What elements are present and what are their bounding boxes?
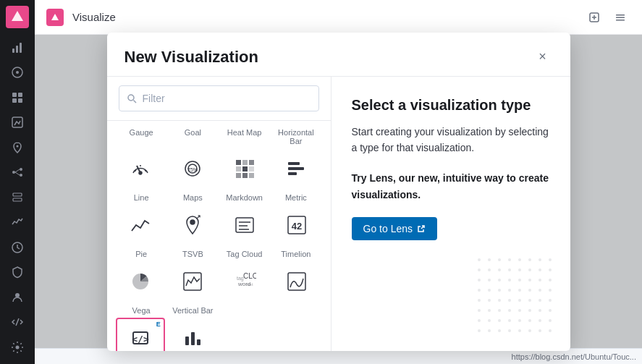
- app-logo[interactable]: [6, 6, 29, 28]
- svg-rect-6: [12, 93, 17, 97]
- sidebar-icon-ml[interactable]: [6, 161, 29, 184]
- timelion-label: Timelion: [270, 248, 321, 260]
- viz-item-goal[interactable]: 75%: [168, 148, 217, 189]
- viz-item-pie[interactable]: [116, 261, 165, 302]
- sidebar-icon-dashboard[interactable]: [6, 87, 29, 109]
- line-label: Line: [116, 192, 167, 203]
- svg-rect-17: [13, 193, 22, 196]
- markdown-label: Markdown: [219, 192, 270, 203]
- heatmap-icon: [232, 156, 258, 182]
- sidebar-icon-apm[interactable]: [6, 211, 29, 234]
- viz-item-gauge[interactable]: [116, 148, 165, 189]
- viz-type-panel: Gauge Goal Heat Map Horizontal Bar: [107, 77, 331, 351]
- svg-point-34: [139, 172, 142, 174]
- svg-text:↗: ↗: [195, 213, 201, 221]
- svg-point-14: [20, 174, 22, 177]
- svg-rect-44: [236, 166, 241, 172]
- svg-text:CLOUD: CLOUD: [243, 272, 256, 280]
- viz-item-heatmap[interactable]: [220, 148, 269, 189]
- sidebar-icon-infra[interactable]: [6, 187, 29, 209]
- viz-item-maps[interactable]: ↗: [168, 205, 217, 245]
- share-button[interactable]: [584, 7, 604, 27]
- row3-icons: tag CLOUD word text: [116, 261, 322, 302]
- svg-rect-8: [12, 98, 17, 103]
- svg-rect-29: [616, 17, 625, 18]
- search-icon: [127, 93, 137, 103]
- svg-text:75%: 75%: [187, 167, 198, 172]
- search-input[interactable]: [143, 93, 311, 104]
- svg-rect-69: [185, 337, 189, 345]
- maps-icon: ↗: [179, 212, 206, 238]
- svg-rect-49: [249, 173, 254, 178]
- sidebar-icon-discover[interactable]: [6, 62, 29, 84]
- row3-labels: Pie TSVB Tag Cloud Timelion: [116, 248, 322, 260]
- row2-labels: Line Maps Markdown Metric: [116, 192, 322, 203]
- viz-item-vega[interactable]: E </>: [116, 318, 165, 351]
- svg-rect-47: [236, 173, 241, 178]
- viz-item-horizontal-bar[interactable]: [272, 148, 321, 189]
- horizontalbar-label: Horizontal Bar: [270, 127, 321, 147]
- row4-icons: E </>: [116, 318, 322, 351]
- tsvb-icon: [179, 268, 206, 295]
- svg-point-13: [20, 168, 22, 171]
- svg-line-15: [15, 169, 20, 172]
- svg-line-16: [15, 172, 20, 175]
- svg-rect-9: [18, 98, 22, 103]
- svg-rect-30: [616, 20, 625, 21]
- svg-point-31: [128, 95, 134, 101]
- viz-item-line[interactable]: [116, 205, 165, 245]
- search-input-wrap[interactable]: [119, 85, 319, 111]
- modal-title: New Visualization: [124, 48, 258, 67]
- viz-item-timelion[interactable]: [272, 261, 321, 302]
- row1-labels: Gauge Goal Heat Map Horizontal Bar: [116, 127, 322, 147]
- tsvb-label: TSVB: [167, 248, 219, 260]
- viz-item-metric[interactable]: 42: [272, 205, 321, 245]
- svg-text:</>: </>: [132, 334, 149, 344]
- sidebar-icon-maps[interactable]: [6, 137, 29, 159]
- page-content: New Visualization ×: [35, 35, 642, 348]
- svg-text:text: text: [246, 282, 253, 287]
- sidebar-icon-uptime[interactable]: [6, 237, 29, 259]
- viz-item-tagcloud[interactable]: tag CLOUD word text: [220, 261, 269, 302]
- svg-rect-52: [288, 172, 297, 175]
- modal-close-button[interactable]: ×: [533, 47, 553, 67]
- go-to-lens-button[interactable]: Go to Lens: [352, 217, 438, 240]
- viz-item-markdown[interactable]: [220, 205, 269, 245]
- goal-label: Goal: [167, 127, 219, 147]
- info-panel: Select a visualization type Start creati…: [331, 77, 570, 351]
- vega-label: Vega: [116, 305, 167, 316]
- verticalbar-label: Vertical Bar: [167, 305, 219, 316]
- viz-item-vertical-bar[interactable]: [168, 318, 217, 351]
- timelion-icon: [284, 268, 310, 295]
- line-icon: [127, 212, 153, 238]
- vega-badge: E: [156, 321, 161, 328]
- viz-item-tsvb[interactable]: [168, 261, 217, 302]
- topbar-app-icon: [46, 9, 64, 26]
- vega-icon: </>: [127, 325, 153, 351]
- horizontal-bar-icon: [284, 156, 310, 182]
- svg-line-21: [16, 318, 19, 326]
- gauge-label: Gauge: [116, 127, 167, 147]
- pie-label: Pie: [116, 248, 167, 260]
- svg-rect-51: [288, 167, 304, 170]
- svg-rect-42: [242, 160, 248, 165]
- modal-header: New Visualization ×: [107, 33, 570, 77]
- tagcloud-icon: tag CLOUD word text: [232, 268, 258, 295]
- sidebar-icon-user[interactable]: [6, 287, 29, 309]
- vertical-bar-icon: [179, 325, 206, 351]
- sidebar-icon-visualize[interactable]: [6, 37, 29, 59]
- svg-marker-0: [12, 11, 23, 21]
- svg-rect-48: [242, 173, 248, 178]
- svg-rect-71: [197, 339, 200, 345]
- go-to-lens-label: Go to Lens: [363, 223, 413, 234]
- menu-button[interactable]: [610, 7, 630, 27]
- row4-labels: Vega Vertical Bar: [116, 305, 322, 316]
- svg-rect-7: [18, 93, 22, 97]
- viz-search-section: [107, 77, 331, 121]
- sidebar-icon-dev[interactable]: [6, 311, 29, 334]
- info-description: Start creating your visualization by sel…: [352, 124, 550, 156]
- sidebar-icon-settings[interactable]: [6, 337, 29, 359]
- sidebar-icon-canvas[interactable]: [6, 111, 29, 134]
- svg-rect-28: [616, 14, 625, 16]
- sidebar-icon-siem[interactable]: [6, 261, 29, 284]
